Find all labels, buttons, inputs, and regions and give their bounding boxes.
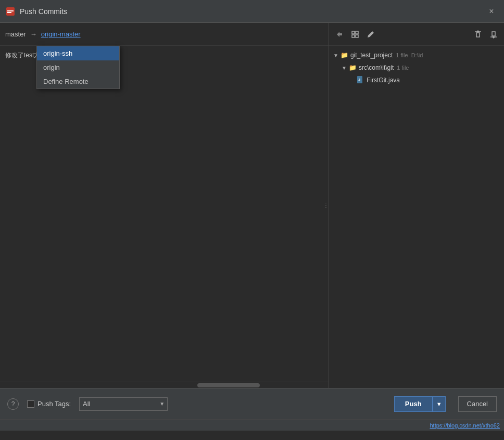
- remote-branch-link[interactable]: origin-master: [41, 30, 81, 38]
- tree-arrow-project: ▼: [333, 53, 338, 58]
- svg-rect-1: [7, 10, 14, 11]
- status-bar: https://blog.csdn.net/xtho62: [0, 419, 504, 431]
- expand-icon[interactable]: [333, 28, 346, 41]
- tags-select-wrap: All None Current branch ▼: [79, 397, 168, 411]
- h-scroll-thumb: [197, 383, 260, 387]
- tags-select[interactable]: All None Current branch: [79, 397, 168, 411]
- right-panel: ▼ 📁 git_test_project 1 file D:\id ▼ 📁 sr…: [329, 23, 504, 388]
- push-dropdown-button[interactable]: ▼: [433, 396, 446, 412]
- left-panel: master → origin-master origin-ssh origin…: [0, 23, 329, 388]
- panel-divider[interactable]: ⋮: [323, 195, 329, 216]
- java-file-icon: J: [356, 76, 364, 85]
- tree-item-src[interactable]: ▼ 📁 src\com\it\git 1 file: [329, 61, 504, 74]
- file-tree: ▼ 📁 git_test_project 1 file D:\id ▼ 📁 sr…: [329, 46, 504, 388]
- svg-rect-3: [352, 31, 355, 34]
- commits-area: 修改了test方法，使用main方法即可调用: [0, 46, 329, 382]
- remote-dropdown: origin-ssh origin Define Remote: [36, 46, 120, 89]
- local-branch-name: master: [5, 30, 26, 38]
- edit-icon[interactable]: [364, 28, 377, 41]
- footer: ? Push Tags: All None Current branch ▼ P…: [0, 388, 504, 419]
- folder-icon-src: 📁: [349, 64, 357, 71]
- dropdown-item-define-remote[interactable]: Define Remote: [37, 74, 119, 89]
- svg-rect-4: [356, 31, 358, 34]
- grid-icon[interactable]: [349, 28, 361, 41]
- local-branch-label: master → origin-master: [5, 30, 81, 38]
- branch-bar: master → origin-master origin-ssh origin…: [0, 23, 329, 46]
- title-bar: Push Commits ×: [0, 0, 504, 23]
- project-meta: 1 file D:\id: [396, 52, 423, 58]
- project-label: git_test_project: [350, 52, 393, 59]
- src-label: src\com\it\git: [359, 64, 394, 71]
- dropdown-item-origin[interactable]: origin: [37, 60, 119, 74]
- svg-rect-2: [7, 12, 11, 13]
- branch-arrow: →: [30, 30, 37, 38]
- tree-item-firstgit[interactable]: ▶ J FirstGit.java: [329, 74, 504, 86]
- tree-arrow-src: ▼: [342, 65, 347, 71]
- horizontal-scrollbar[interactable]: [0, 382, 329, 388]
- push-button-wrap: Push ▼: [394, 396, 446, 412]
- align-bottom-icon[interactable]: [487, 28, 500, 41]
- svg-rect-11: [492, 32, 495, 36]
- dropdown-item-origin-ssh[interactable]: origin-ssh: [37, 46, 119, 60]
- close-button[interactable]: ×: [484, 4, 499, 19]
- src-meta: 1 file: [397, 65, 409, 71]
- align-top-icon[interactable]: [472, 28, 484, 41]
- tree-item-project[interactable]: ▼ 📁 git_test_project 1 file D:\id: [329, 49, 504, 61]
- java-file-label: FirstGit.java: [367, 77, 400, 84]
- project-icon: 📁: [341, 52, 348, 59]
- svg-rect-5: [352, 35, 355, 37]
- svg-text:J: J: [358, 78, 360, 82]
- svg-rect-6: [356, 35, 358, 37]
- push-tags-wrap: Push Tags:: [27, 400, 71, 408]
- push-button[interactable]: Push: [394, 396, 433, 412]
- right-toolbar: [329, 23, 504, 46]
- help-button[interactable]: ?: [7, 398, 19, 410]
- main-layout: master → origin-master origin-ssh origin…: [0, 23, 504, 388]
- push-tags-checkbox[interactable]: [27, 400, 34, 408]
- window-title: Push Commits: [20, 7, 67, 16]
- app-icon: [5, 6, 16, 17]
- status-link[interactable]: https://blog.csdn.net/xtho62: [430, 422, 500, 429]
- push-tags-label: Push Tags:: [37, 400, 71, 408]
- title-bar-left: Push Commits: [5, 6, 67, 17]
- cancel-button[interactable]: Cancel: [458, 396, 497, 412]
- svg-rect-8: [476, 33, 480, 37]
